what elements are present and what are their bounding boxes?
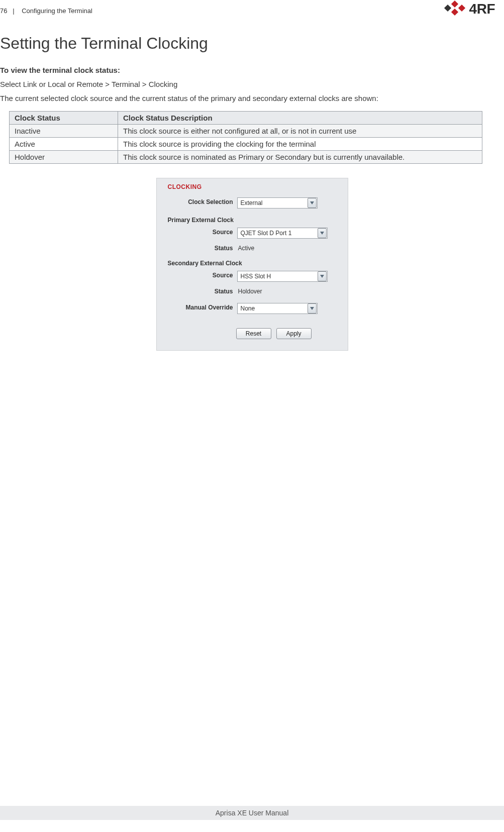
page-title: Setting the Terminal Clocking xyxy=(0,34,504,53)
table-cell-description: This clock source is either not configur… xyxy=(118,124,482,137)
page-header: 76 | Configuring the Terminal 4RF xyxy=(0,0,504,24)
secondary-status-value: Holdover xyxy=(238,288,262,295)
clock-status-table: Clock Status Clock Status Description In… xyxy=(9,111,482,164)
table-header-status: Clock Status xyxy=(10,111,118,124)
reset-button-label: Reset xyxy=(246,330,261,337)
secondary-source-label: Source xyxy=(187,272,233,279)
panel-title: CLOCKING xyxy=(168,183,202,190)
secondary-source-select[interactable]: HSS Slot H xyxy=(237,271,328,282)
secondary-status-label: Status xyxy=(187,288,233,295)
brand-logo-text: 4RF xyxy=(469,1,495,17)
dropdown-icon[interactable] xyxy=(308,198,317,208)
apply-button[interactable]: Apply xyxy=(276,328,312,339)
manual-override-select[interactable]: None xyxy=(237,303,318,314)
dropdown-icon[interactable] xyxy=(308,303,317,314)
primary-status-value: Active xyxy=(238,245,255,252)
header-sep: | xyxy=(13,7,14,15)
manual-override-value: None xyxy=(238,305,308,312)
section-subheading: To view the terminal clock status: xyxy=(0,66,504,74)
clocking-panel: CLOCKING Clock Selection External Primar… xyxy=(156,178,348,351)
clock-selection-select[interactable]: External xyxy=(237,197,318,209)
footer-text: Aprisa XE User Manual xyxy=(216,809,289,817)
table-cell-status: Holdover xyxy=(10,150,118,163)
table-cell-description: This clock source is nominated as Primar… xyxy=(118,150,482,163)
page-footer: Aprisa XE User Manual xyxy=(0,806,504,820)
dropdown-icon[interactable] xyxy=(318,228,327,238)
brand-logo-icon xyxy=(445,2,465,17)
primary-status-label: Status xyxy=(187,245,233,252)
page-content: Setting the Terminal Clocking To view th… xyxy=(0,24,504,351)
table-cell-description: This clock source is providing the clock… xyxy=(118,137,482,150)
breadcrumb-instruction: Select Link or Local or Remote > Termina… xyxy=(0,79,504,89)
page-number: 76 xyxy=(0,7,7,15)
brand-logo: 4RF xyxy=(445,1,495,17)
header-page-section: 76 | Configuring the Terminal xyxy=(0,7,92,15)
clock-selection-value: External xyxy=(238,199,308,206)
secondary-external-clock-label: Secondary External Clock xyxy=(168,260,242,267)
apply-button-label: Apply xyxy=(286,330,301,337)
clock-selection-label: Clock Selection xyxy=(168,198,233,205)
manual-override-label: Manual Override xyxy=(168,304,233,311)
table-cell-status: Active xyxy=(10,137,118,150)
table-row: Inactive This clock source is either not… xyxy=(10,124,482,137)
primary-source-select[interactable]: QJET Slot D Port 1 xyxy=(237,228,328,239)
intro-text: The current selected clock source and th… xyxy=(0,93,504,103)
secondary-source-value: HSS Slot H xyxy=(238,273,318,280)
primary-source-value: QJET Slot D Port 1 xyxy=(238,230,318,237)
primary-source-label: Source xyxy=(187,229,233,236)
table-row: Active This clock source is providing th… xyxy=(10,137,482,150)
dropdown-icon[interactable] xyxy=(318,271,327,281)
table-row: Holdover This clock source is nominated … xyxy=(10,150,482,163)
table-cell-status: Inactive xyxy=(10,124,118,137)
table-header-description: Clock Status Description xyxy=(118,111,482,124)
primary-external-clock-label: Primary External Clock xyxy=(168,217,234,224)
header-section-title: Configuring the Terminal xyxy=(22,7,92,15)
reset-button[interactable]: Reset xyxy=(236,328,271,339)
